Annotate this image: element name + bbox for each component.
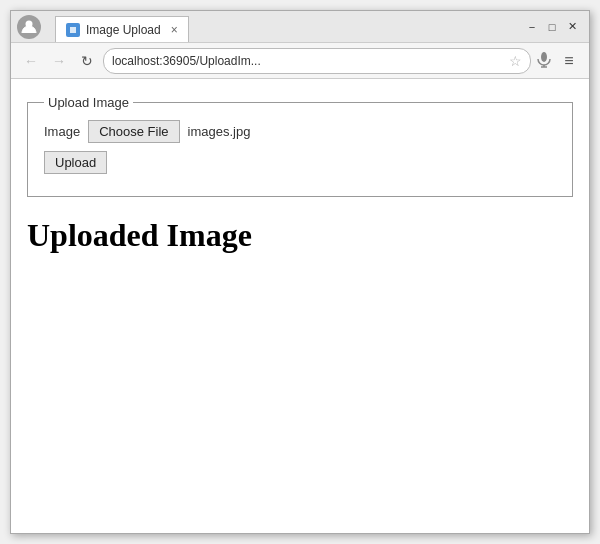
upload-button[interactable]: Upload	[44, 151, 107, 174]
profile-area	[11, 11, 47, 42]
maximize-button[interactable]: □	[543, 18, 561, 36]
browser-window: Image Upload × − □ ✕ ← → ↻ localhost:369…	[10, 10, 590, 534]
svg-point-3	[541, 52, 547, 62]
close-button[interactable]: ✕	[563, 18, 581, 36]
upload-image-fieldset: Upload Image Image Choose File images.jp…	[27, 95, 573, 197]
window-controls: − □ ✕	[515, 11, 589, 42]
minimize-button[interactable]: −	[523, 18, 541, 36]
svg-rect-2	[70, 27, 76, 33]
back-button[interactable]: ←	[19, 49, 43, 73]
upload-row: Upload	[44, 151, 556, 174]
address-input-wrap[interactable]: localhost:36905/UploadIm... ☆	[103, 48, 531, 74]
tab-area: Image Upload ×	[47, 11, 515, 42]
page-content: Upload Image Image Choose File images.jp…	[11, 79, 589, 533]
menu-button[interactable]: ≡	[557, 49, 581, 73]
choose-file-button[interactable]: Choose File	[88, 120, 179, 143]
title-bar: Image Upload × − □ ✕	[11, 11, 589, 43]
uploaded-image-heading: Uploaded Image	[27, 217, 573, 254]
file-name: images.jpg	[188, 124, 251, 139]
reload-button[interactable]: ↻	[75, 49, 99, 73]
forward-button[interactable]: →	[47, 49, 71, 73]
profile-icon	[17, 15, 41, 39]
tab-close-button[interactable]: ×	[171, 23, 178, 37]
browser-tab[interactable]: Image Upload ×	[55, 16, 189, 42]
mic-icon	[535, 50, 553, 71]
tab-icon	[66, 23, 80, 37]
tab-title: Image Upload	[86, 23, 161, 37]
fieldset-legend: Upload Image	[44, 95, 133, 110]
address-text: localhost:36905/UploadIm...	[112, 54, 505, 68]
image-label: Image	[44, 124, 80, 139]
address-bar: ← → ↻ localhost:36905/UploadIm... ☆ ≡	[11, 43, 589, 79]
file-input-row: Image Choose File images.jpg	[44, 120, 556, 143]
star-icon[interactable]: ☆	[509, 53, 522, 69]
